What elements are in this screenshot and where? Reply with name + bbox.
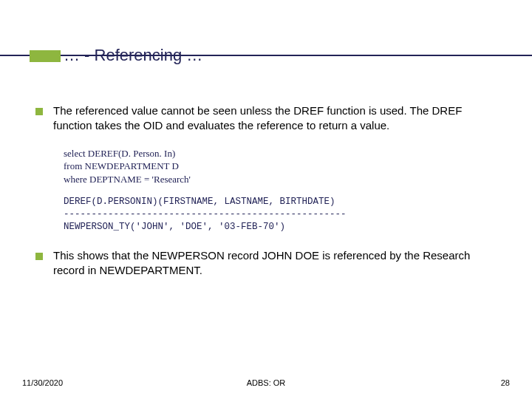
sql-output-block: DEREF(D.PERSONIN)(FIRSTNAME, LASTNAME, B…: [64, 196, 497, 233]
slide-body: The referenced value cannot be seen unle…: [35, 103, 497, 291]
title-area: … - Referencing …: [0, 55, 532, 62]
bullet-text: This shows that the NEWPERSON record JOH…: [53, 248, 497, 279]
title-accent: [30, 50, 61, 62]
bullet-item: This shows that the NEWPERSON record JOH…: [35, 248, 497, 279]
slide-title: … - Referencing …: [64, 46, 202, 65]
slide: … - Referencing … The referenced value c…: [0, 0, 532, 399]
sql-code-block: select DEREF(D. Person. In) from NEWDEPA…: [64, 147, 497, 186]
bullet-item: The referenced value cannot be seen unle…: [35, 103, 497, 134]
bullet-icon: [35, 108, 43, 115]
bullet-icon: [35, 253, 43, 260]
bullet-text: The referenced value cannot be seen unle…: [53, 103, 497, 134]
footer-page-number: 28: [501, 378, 510, 387]
footer-center: ADBS: OR: [0, 378, 532, 387]
